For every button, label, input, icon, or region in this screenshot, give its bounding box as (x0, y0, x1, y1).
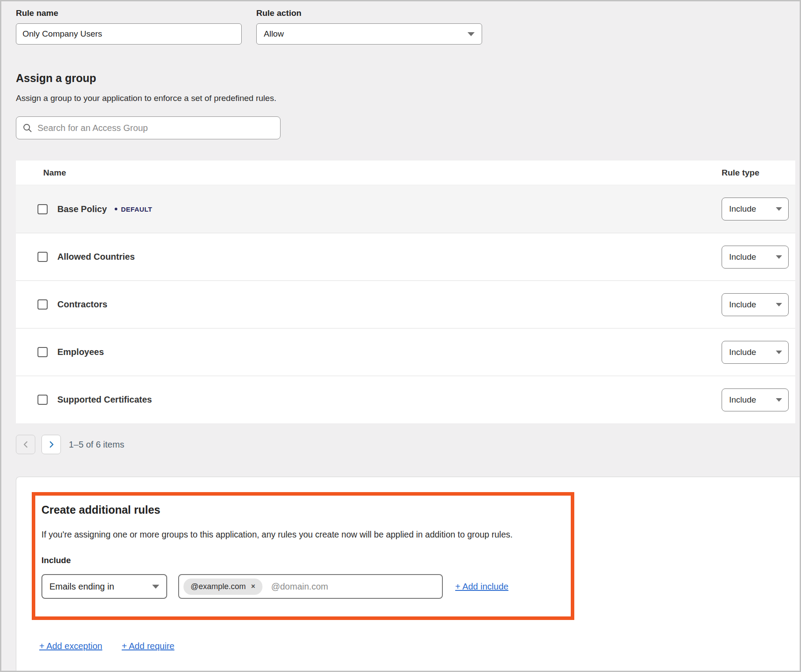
rule-name-label: Rule name (16, 8, 242, 18)
rule-type-dropdown[interactable]: Include (722, 246, 789, 269)
rule-form-row: Rule name Rule action Allow (16, 8, 800, 45)
assign-group-description: Assign a group to your application to en… (16, 93, 800, 103)
chevron-right-icon (49, 441, 54, 448)
additional-rules-heading: Create additional rules (41, 504, 565, 516)
column-header-name: Name (43, 168, 66, 178)
rule-editor-page: Rule name Rule action Allow Assign a gro… (0, 0, 801, 672)
chevron-left-icon (23, 441, 29, 448)
row-name: Allowed Countries (57, 252, 135, 262)
chevron-down-icon (776, 303, 782, 306)
table-row: Contractors Include (16, 280, 795, 328)
row-name: Base Policy (57, 204, 107, 214)
chip-remove-icon[interactable]: × (251, 582, 255, 590)
badge-label: DEFAULT (121, 205, 152, 213)
row-checkbox-employees[interactable] (37, 347, 48, 357)
chevron-down-icon (776, 351, 782, 354)
chevron-down-icon (776, 398, 782, 402)
search-input[interactable] (37, 117, 274, 139)
table-row: Supported Certificates Include (16, 376, 795, 423)
next-page-button[interactable] (41, 435, 61, 454)
add-require-link[interactable]: + Add require (122, 641, 175, 651)
table-row: Allowed Countries Include (16, 233, 795, 280)
access-group-search[interactable] (16, 116, 281, 139)
additional-rules-card: Create additional rules If you're assign… (16, 477, 800, 671)
badge-dot-icon (115, 208, 117, 210)
rule-type-dropdown[interactable]: Include (722, 198, 789, 220)
rule-type-value: Include (729, 252, 756, 262)
default-badge: DEFAULT (115, 205, 152, 213)
rule-action-label: Rule action (256, 8, 482, 18)
previous-page-button[interactable] (16, 435, 35, 454)
table-header: Name Rule type (16, 161, 795, 185)
row-name: Employees (57, 347, 104, 357)
chevron-down-icon (152, 585, 159, 589)
condition-value: Emails ending in (49, 582, 114, 592)
rule-type-dropdown[interactable]: Include (722, 388, 789, 411)
row-checkbox-supported-certificates[interactable] (37, 395, 48, 405)
table-row: Base Policy DEFAULT Include (16, 185, 795, 233)
create-additional-rules-highlight: Create additional rules If you're assign… (32, 492, 574, 620)
add-exception-link[interactable]: + Add exception (39, 641, 102, 651)
rule-type-value: Include (729, 300, 756, 310)
row-checkbox-base-policy[interactable] (37, 204, 48, 214)
chevron-down-icon (776, 207, 782, 211)
pagination: 1–5 of 6 items (16, 435, 800, 454)
access-group-table: Name Rule type Base Policy DEFAULT Inclu… (16, 161, 795, 423)
email-domain-chip: @example.com × (183, 579, 262, 595)
table-row: Employees Include (16, 328, 795, 376)
rule-action-value: Allow (264, 29, 284, 39)
rule-name-field: Rule name (16, 8, 242, 45)
rule-type-dropdown[interactable]: Include (722, 293, 789, 316)
condition-select[interactable]: Emails ending in (41, 574, 167, 599)
add-include-link[interactable]: + Add include (455, 582, 509, 592)
rule-name-input[interactable] (16, 23, 242, 45)
chip-label: @example.com (191, 582, 246, 591)
include-rule-controls: Emails ending in @example.com × + Add in… (41, 574, 565, 599)
row-checkbox-allowed-countries[interactable] (37, 252, 48, 262)
pagination-label: 1–5 of 6 items (69, 440, 124, 450)
column-header-rule-type: Rule type (722, 168, 760, 178)
include-label: Include (41, 556, 565, 565)
rule-action-field: Rule action Allow (256, 8, 482, 45)
email-domains-input-box[interactable]: @example.com × (178, 574, 443, 599)
row-checkbox-contractors[interactable] (37, 299, 48, 310)
row-name: Supported Certificates (57, 395, 152, 405)
rule-type-value: Include (729, 204, 756, 214)
rule-action-select[interactable]: Allow (256, 23, 482, 45)
row-name: Contractors (57, 299, 107, 310)
search-icon (22, 123, 32, 133)
rule-type-dropdown[interactable]: Include (722, 341, 789, 364)
rule-type-value: Include (729, 395, 756, 405)
chevron-down-icon (776, 255, 782, 259)
rule-type-value: Include (729, 347, 756, 357)
chevron-down-icon (468, 32, 475, 36)
footer-links: + Add exception + Add require (39, 641, 800, 651)
additional-rules-description: If you're assigning one or more groups t… (41, 530, 565, 540)
email-domain-input[interactable] (271, 575, 438, 598)
assign-group-heading: Assign a group (16, 72, 800, 85)
